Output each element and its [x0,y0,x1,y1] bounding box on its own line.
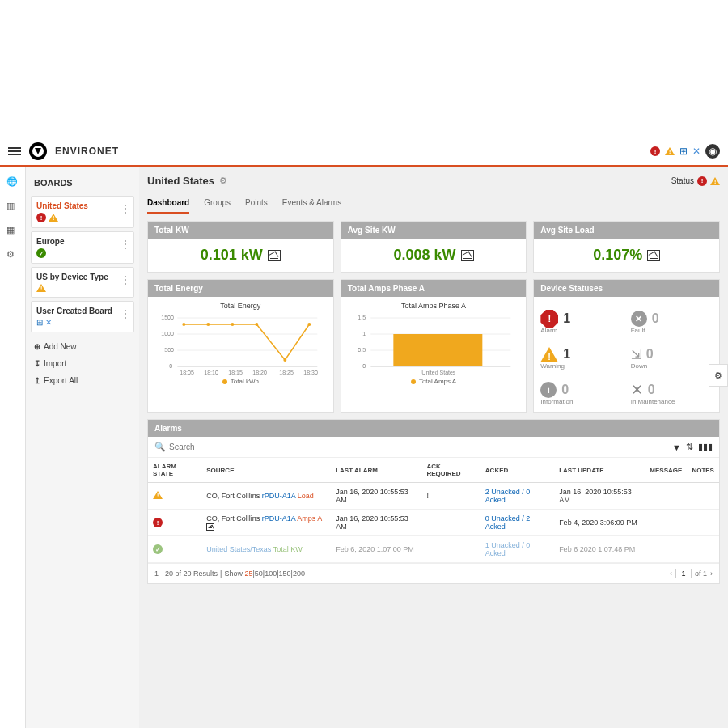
board-item-us-device-type[interactable]: US by Device Type ⋮ [31,267,134,298]
hamburger-icon[interactable] [8,146,21,157]
check-icon: ✓ [36,248,46,258]
check-icon: ✓ [153,544,163,554]
export-all-button[interactable]: ↥ Export All [31,375,134,387]
logo-icon [29,142,47,160]
svg-text:United States: United States [421,370,456,375]
svg-text:0: 0 [169,363,172,369]
prev-page-icon[interactable]: ‹ [670,569,672,578]
tab-dashboard[interactable]: Dashboard [147,193,189,214]
svg-text:18:15: 18:15 [228,370,243,375]
legend-dot-icon [222,379,227,384]
columns-icon[interactable]: ▮▮▮ [698,442,713,452]
page-title: United States [147,175,214,187]
info-icon: i [540,382,557,398]
board-item-united-states[interactable]: United States ! ⋮ [31,196,134,228]
table-row[interactable]: ✓ United States/Texas Total KW Feb 6, 20… [148,536,719,563]
chart-total-amps: Total Amps Phase A Total Amps Phase A 1.… [341,279,527,413]
svg-text:18:05: 18:05 [180,370,194,375]
building-icon[interactable]: ▦ [6,225,19,238]
svg-text:1000: 1000 [161,331,174,336]
board-item-user-created[interactable]: User Created Board ⊞ ✕ ⋮ [31,301,134,332]
content-area: United States ⚙ Status ! Dashboard Group… [139,167,728,728]
page-size-150[interactable]: 150 [279,569,291,578]
sidebar: BOARDS United States ! ⋮ Europe ✓ ⋮ US b… [26,167,139,728]
svg-point-11 [255,323,258,326]
page-size-100[interactable]: 100 [265,569,277,578]
topbar: ENVIRONET ! ⊞ ✕ ◉ [0,138,728,167]
more-icon[interactable]: ⋮ [121,274,130,286]
warning-icon [540,347,558,362]
page-size-25[interactable]: 25 [244,569,252,578]
globe-icon[interactable]: 🌐 [6,176,19,189]
trend-icon[interactable] [461,250,474,261]
acked-link[interactable]: 0 Unacked / 2 Acked [480,510,554,536]
import-button[interactable]: ↧ Import [31,358,134,370]
search-input[interactable] [169,442,667,451]
alarms-panel: Alarms 🔍 ▼ ⇅ ▮▮▮ ALARM STATE SOURCE LAST… [147,419,720,584]
warning-icon[interactable] [665,147,675,155]
more-icon[interactable]: ⋮ [121,308,130,320]
user-icon[interactable]: ◉ [705,144,720,159]
next-page-icon[interactable]: › [710,569,713,578]
network-icon[interactable]: ⊞ [679,146,688,157]
tab-groups[interactable]: Groups [204,193,231,214]
board-item-europe[interactable]: Europe ✓ ⋮ [31,231,134,264]
search-icon: 🔍 [154,442,166,452]
more-icon[interactable]: ⋮ [121,203,130,214]
kpi-avg-site-kw: Avg Site KW 0.008 kW [341,221,527,273]
sort-icon[interactable]: ⇅ [686,442,693,452]
tab-points[interactable]: Points [245,193,268,214]
svg-text:18:10: 18:10 [204,370,218,375]
trend-icon[interactable] [647,250,660,261]
down-icon: ⇲ [631,347,641,362]
line-chart-svg: 1500 1000 500 0 18:0518:1018:1518:2018:2… [154,311,327,376]
acked-link[interactable]: 2 Unacked / 0 Acked [480,483,554,510]
settings-icon[interactable]: ⚙ [6,249,19,262]
left-rail: 🌐 ▥ ▦ ⚙ [0,167,26,728]
alert-icon[interactable]: ! [650,146,660,156]
table-row[interactable]: CO, Fort Colllins rPDU-A1A Load Jan 16, … [148,483,719,510]
acked-link[interactable]: 1 Unacked / 0 Acked [480,536,554,563]
svg-text:18:30: 18:30 [303,370,318,375]
svg-text:1: 1 [362,331,366,336]
filter-icon[interactable]: ▼ [672,442,681,452]
page-input[interactable] [675,569,692,578]
page-size-50[interactable]: 50 [255,569,263,578]
tabs: Dashboard Groups Points Events & Alarms [147,193,720,214]
legend-dot-icon [411,379,416,384]
gear-icon[interactable]: ⚙ [219,176,227,186]
warning-icon [49,214,58,222]
tab-events-alarms[interactable]: Events & Alarms [282,193,341,214]
tools-icon[interactable]: ✕ [692,146,700,157]
chart-total-energy: Total Energy Total Energy 1500 1000 500 … [147,279,334,413]
device-statuses-card: Device Statuses !1Alarm ✕0Fault 1Warning… [533,279,720,413]
floating-settings-button[interactable]: ⚙ [709,364,728,387]
source-link[interactable]: rPDU-A1A [262,492,296,500]
kpi-avg-site-load: Avg Site Load 0.107% [533,221,720,273]
trend-icon[interactable] [268,250,281,261]
svg-text:500: 500 [164,347,174,353]
svg-point-10 [231,323,234,326]
add-new-button[interactable]: ⊕ Add New [31,341,134,353]
svg-point-12 [283,358,286,362]
alert-icon: ! [153,518,163,527]
page-size-200[interactable]: 200 [293,569,305,578]
network-icon: ⊞ [36,318,43,327]
trend-icon[interactable] [206,523,214,531]
alarms-table: ALARM STATE SOURCE LAST ALARM ACK REQUIR… [148,458,719,563]
svg-text:18:20: 18:20 [252,370,267,375]
chart-icon[interactable]: ▥ [6,201,19,214]
svg-point-8 [182,323,185,326]
table-row[interactable]: ! CO, Fort Colllins rPDU-A1A Amps A Jan … [148,510,719,536]
svg-text:0: 0 [362,363,366,369]
svg-rect-28 [393,334,482,366]
svg-text:1500: 1500 [161,315,174,320]
svg-point-9 [206,323,210,326]
tools-icon: ✕ [45,318,52,327]
source-link[interactable]: rPDU-A1A [262,514,296,523]
warning-icon [36,284,46,292]
more-icon[interactable]: ⋮ [121,239,130,250]
warning-icon [153,491,163,499]
brand-name: ENVIRONET [55,146,119,157]
maintenance-icon: ✕ [631,381,643,399]
